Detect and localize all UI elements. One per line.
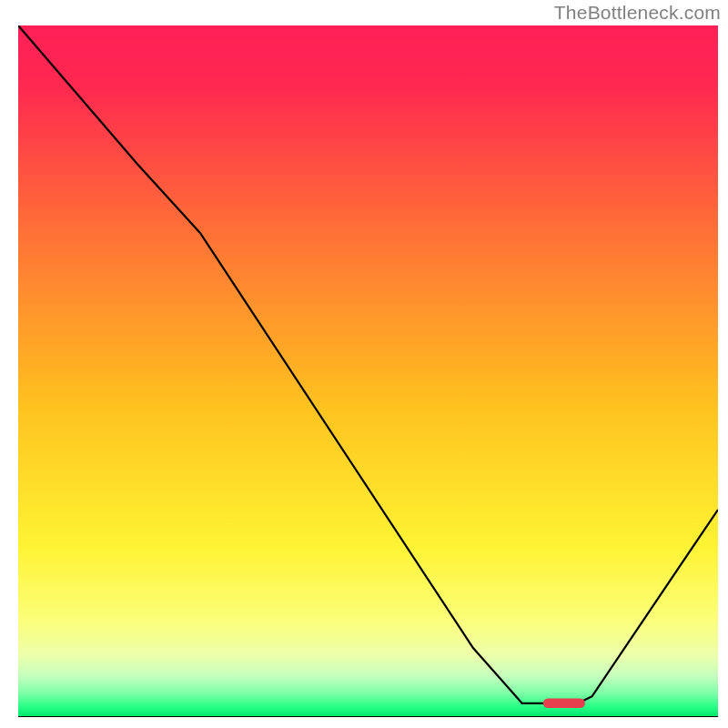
chart-svg (18, 25, 718, 717)
chart-stage: TheBottleneck.com (0, 0, 728, 728)
optimal-marker (543, 699, 585, 709)
chart-background-gradient (18, 25, 718, 717)
watermark-text: TheBottleneck.com (554, 2, 721, 24)
chart-plot-area (18, 25, 718, 717)
